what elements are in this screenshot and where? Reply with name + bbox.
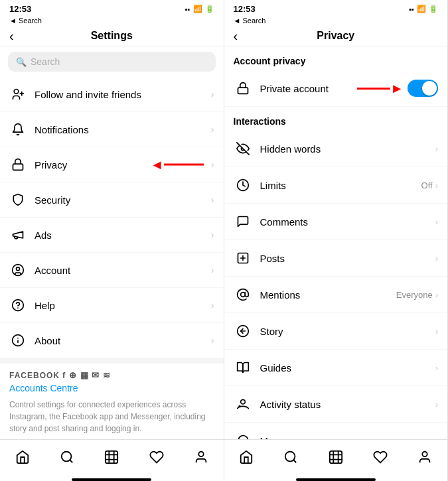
person-add-icon <box>9 86 27 103</box>
activity-status-chevron: › <box>435 399 438 409</box>
svg-rect-13 <box>106 451 117 463</box>
search-placeholder: Search <box>31 56 60 67</box>
status-bar-left: 12:53 ▪▪ 📶 🔋 <box>0 0 224 17</box>
home-indicator-right <box>296 478 376 481</box>
facebook-section: FACEBOOK f ⊕ ▦ ✉ ≋ Accounts Centre Contr… <box>0 358 224 439</box>
search-box-settings[interactable]: 🔍 Search <box>8 52 216 72</box>
settings-item-about[interactable]: About › <box>0 323 224 358</box>
settings-item-privacy[interactable]: Privacy ◄ › <box>0 147 224 182</box>
accounts-centre-link[interactable]: Accounts Centre <box>9 383 214 393</box>
privacy-chevron: › <box>211 159 214 170</box>
settings-item-ads[interactable]: Ads › <box>0 218 224 253</box>
svg-line-31 <box>294 460 297 462</box>
posts-chevron: › <box>435 253 438 263</box>
nav-reels-left[interactable] <box>98 447 125 468</box>
ads-label: Ads <box>35 230 211 241</box>
svg-point-0 <box>14 90 19 94</box>
posts-label: Posts <box>260 253 435 264</box>
settings-panel: 12:53 ▪▪ 📶 🔋 ◄ Search ‹ Settings 🔍 Searc… <box>0 0 224 481</box>
help-icon <box>9 297 27 314</box>
clock-icon <box>234 176 252 194</box>
back-button-settings[interactable]: ‹ <box>9 29 14 44</box>
settings-item-security[interactable]: Security › <box>0 182 224 218</box>
account-chevron: › <box>211 265 214 275</box>
eye-slash-icon <box>234 139 252 158</box>
nav-profile-left[interactable] <box>188 447 214 468</box>
svg-point-21 <box>240 293 245 297</box>
back-link-left[interactable]: ◄ Search <box>0 17 224 26</box>
svg-point-24 <box>240 399 245 404</box>
security-chevron: › <box>211 194 214 205</box>
privacy-content: Account privacy Private account ► Intera… <box>224 46 448 439</box>
activity-status-label: Activity status <box>260 399 435 410</box>
account-icon <box>9 261 27 279</box>
settings-item-help[interactable]: Help › <box>0 288 224 323</box>
about-chevron: › <box>211 335 214 346</box>
mentions-label: Mentions <box>260 289 396 301</box>
svg-point-14 <box>198 452 203 456</box>
nav-profile-right[interactable] <box>411 447 438 468</box>
nav-search-right[interactable] <box>277 447 304 468</box>
toggle-knob <box>422 81 437 96</box>
back-button-privacy[interactable]: ‹ <box>234 29 238 44</box>
svg-rect-3 <box>13 164 23 170</box>
messenger-icon <box>234 431 252 439</box>
settings-item-account[interactable]: Account › <box>0 253 224 288</box>
nav-reels-right[interactable] <box>323 447 349 468</box>
privacy-item-hidden-words[interactable]: Hidden words › <box>224 131 448 167</box>
interactions-label: Interactions <box>224 107 448 131</box>
privacy-item-activity-status[interactable]: Activity status › <box>224 386 448 423</box>
story-chevron: › <box>435 326 438 336</box>
svg-point-33 <box>423 452 427 456</box>
bottom-nav-right <box>224 439 448 476</box>
nav-search-left[interactable] <box>54 447 80 468</box>
about-label: About <box>35 335 211 346</box>
status-icons-right: ▪▪ 📶 🔋 <box>409 5 438 13</box>
svg-rect-15 <box>238 88 248 94</box>
at-icon <box>234 285 252 304</box>
ads-chevron: › <box>211 230 214 240</box>
nav-heart-right[interactable] <box>367 447 394 468</box>
comment-icon <box>234 212 252 231</box>
search-icon: 🔍 <box>16 57 27 67</box>
facebook-desc: Control settings for connected experienc… <box>9 399 214 435</box>
mentions-sub: Everyone <box>396 290 433 300</box>
privacy-item-posts[interactable]: Posts › <box>224 240 448 277</box>
help-label: Help <box>35 300 211 311</box>
nav-heart-left[interactable] <box>143 447 170 468</box>
limits-label: Limits <box>260 180 421 191</box>
hidden-words-chevron: › <box>435 144 438 154</box>
mentions-chevron: › <box>435 290 438 300</box>
svg-point-11 <box>62 452 72 462</box>
facebook-icons: f ⊕ ▦ ✉ ≋ <box>62 370 111 380</box>
privacy-item-guides[interactable]: Guides › <box>224 350 448 386</box>
settings-item-notifications[interactable]: Notifications › <box>0 112 224 147</box>
bottom-nav-left <box>0 439 224 476</box>
story-label: Story <box>260 326 435 337</box>
private-account-toggle[interactable] <box>408 80 438 97</box>
toggle-switch[interactable] <box>408 80 438 97</box>
privacy-item-story[interactable]: Story › <box>224 313 448 350</box>
privacy-item-comments[interactable]: Comments › <box>224 204 448 240</box>
guides-label: Guides <box>260 362 435 374</box>
guides-icon <box>234 358 252 377</box>
privacy-item-mentions[interactable]: Mentions Everyone › <box>224 277 448 313</box>
nav-home-left[interactable] <box>9 447 36 468</box>
privacy-item-limits[interactable]: Limits Off › <box>224 167 448 204</box>
settings-item-follow[interactable]: Follow and invite friends › <box>0 77 224 112</box>
svg-point-30 <box>285 452 295 462</box>
nav-home-right[interactable] <box>233 447 260 468</box>
shield-icon <box>9 191 27 208</box>
private-account-row[interactable]: Private account ► <box>224 70 448 107</box>
privacy-item-messages[interactable]: Messages › <box>224 423 448 439</box>
follow-label: Follow and invite friends <box>35 89 211 100</box>
notifications-chevron: › <box>211 124 214 135</box>
info-icon <box>9 332 27 349</box>
back-link-right[interactable]: ◄ Search <box>224 17 448 26</box>
time-right: 12:53 <box>234 4 256 14</box>
private-account-label: Private account <box>260 83 358 94</box>
svg-point-5 <box>17 267 20 271</box>
red-arrow-toggle: ► <box>357 81 404 96</box>
limits-chevron: › <box>435 180 438 190</box>
account-label: Account <box>35 265 211 276</box>
